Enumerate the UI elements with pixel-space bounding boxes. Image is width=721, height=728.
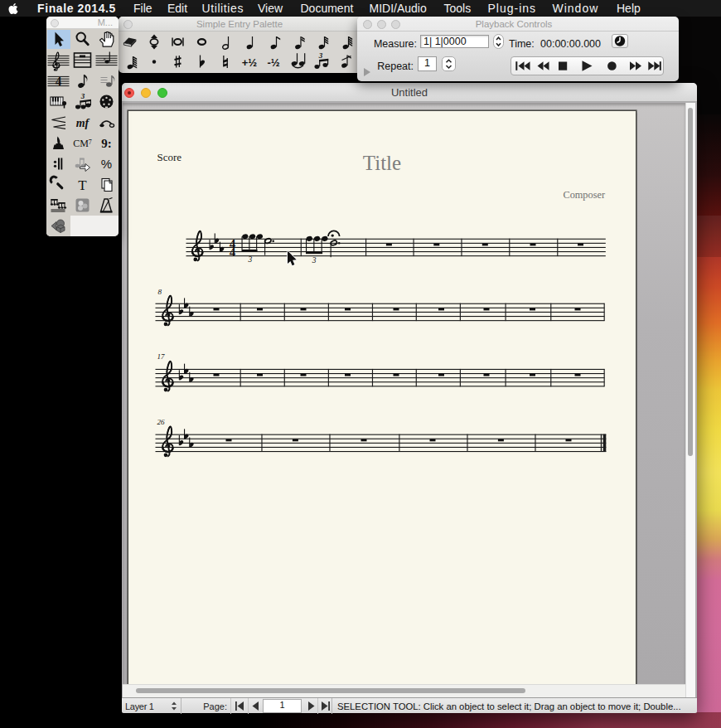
svg-text:9:: 9:: [101, 137, 112, 150]
svg-text:-½: -½: [267, 56, 279, 69]
svg-text:mf: mf: [76, 117, 90, 129]
svg-text:4: 4: [230, 245, 236, 259]
svg-text:T: T: [78, 177, 87, 193]
svg-text:3: 3: [318, 51, 323, 60]
svg-text:%: %: [101, 157, 112, 171]
svg-text:26: 26: [157, 418, 166, 426]
svg-text:3: 3: [312, 256, 317, 265]
svg-text:+½: +½: [242, 56, 258, 69]
svg-text:CM7: CM7: [73, 138, 92, 149]
svg-text:8: 8: [158, 288, 162, 296]
svg-text:4: 4: [56, 75, 62, 88]
svg-text:17: 17: [157, 352, 166, 361]
svg-text:3: 3: [80, 92, 85, 100]
svg-text:3: 3: [248, 255, 253, 264]
